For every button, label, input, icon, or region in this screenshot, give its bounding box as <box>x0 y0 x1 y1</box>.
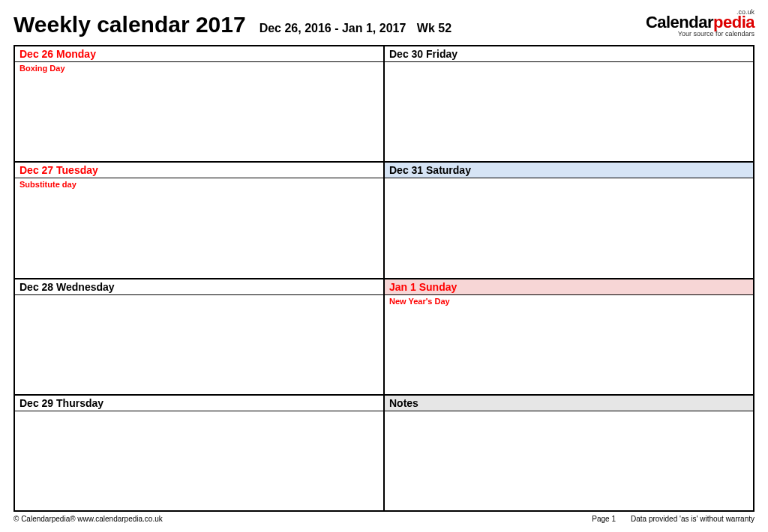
day-cell-wednesday: Dec 28 Wednesday <box>14 279 384 395</box>
calendar-grid: Dec 26 Monday Boxing Day Dec 30 Friday D… <box>14 45 754 512</box>
day-header: Dec 31 Saturday <box>385 163 753 178</box>
day-cell-sunday: Jan 1 Sunday New Year's Day <box>384 279 754 395</box>
day-header: Dec 30 Friday <box>385 46 753 62</box>
brand-tagline: Your source for calendars <box>646 31 754 37</box>
day-header: Dec 28 Wednesday <box>15 279 383 295</box>
brand-name-black: Calendar <box>646 13 713 31</box>
day-header: Dec 26 Monday <box>15 46 383 62</box>
holiday-label: Boxing Day <box>20 64 65 73</box>
day-body <box>15 411 383 510</box>
day-body <box>385 62 753 161</box>
day-cell-thursday: Dec 29 Thursday <box>14 395 384 511</box>
week-number: Wk 52 <box>417 22 452 34</box>
notes-body <box>385 411 753 510</box>
document-header: Weekly calendar 2017 Dec 26, 2016 - Jan … <box>14 9 754 45</box>
day-body <box>385 178 753 277</box>
page-title: Weekly calendar 2017 <box>14 12 246 37</box>
brand-logo: .co.uk Calendarpedia Your source for cal… <box>646 9 754 37</box>
day-cell-tuesday: Dec 27 Tuesday Substitute day <box>14 162 384 278</box>
date-range: Dec 26, 2016 - Jan 1, 2017 <box>260 22 406 34</box>
day-body: Substitute day <box>15 178 383 277</box>
day-body: New Year's Day <box>385 295 753 394</box>
footer-copyright: © Calendarpedia® www.calendarpedia.co.uk <box>14 515 163 523</box>
day-body: Boxing Day <box>15 62 383 161</box>
day-header: Jan 1 Sunday <box>385 279 753 295</box>
document-footer: © Calendarpedia® www.calendarpedia.co.uk… <box>14 512 754 523</box>
footer-disclaimer: Data provided 'as is' without warranty <box>631 515 754 523</box>
notes-header: Notes <box>385 396 753 411</box>
holiday-label: New Year's Day <box>389 297 450 306</box>
header-left: Weekly calendar 2017 Dec 26, 2016 - Jan … <box>14 12 452 37</box>
day-header: Dec 29 Thursday <box>15 396 383 411</box>
footer-page: Page 1 <box>592 515 616 523</box>
brand-name-red: pedia <box>713 13 754 31</box>
day-cell-monday: Dec 26 Monday Boxing Day <box>14 46 384 162</box>
day-body <box>15 295 383 394</box>
day-cell-friday: Dec 30 Friday <box>384 46 754 162</box>
day-header: Dec 27 Tuesday <box>15 163 383 178</box>
holiday-label: Substitute day <box>20 180 76 189</box>
day-cell-saturday: Dec 31 Saturday <box>384 162 754 278</box>
notes-cell: Notes <box>384 395 754 511</box>
